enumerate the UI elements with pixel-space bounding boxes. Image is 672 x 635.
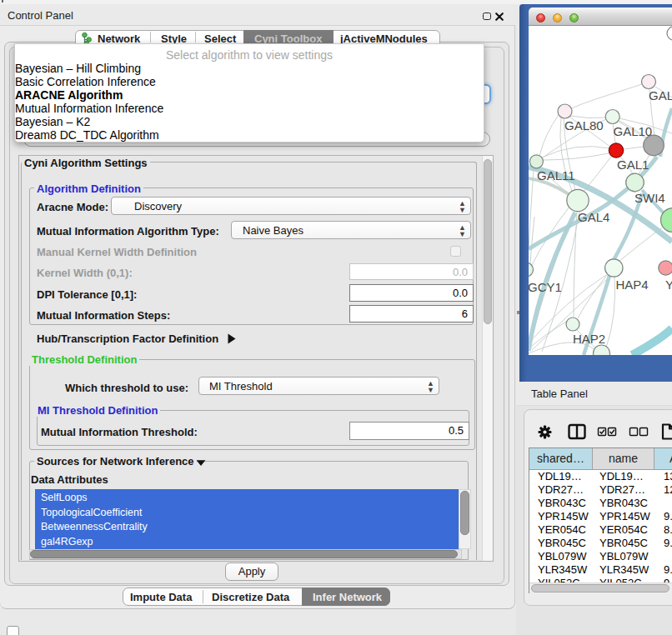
svg-text:GAL80: GAL80 bbox=[564, 118, 604, 132]
svg-text:GAL7: GAL7 bbox=[649, 88, 672, 102]
svg-text:HAP2: HAP2 bbox=[573, 332, 605, 346]
svg-text:SWI4: SWI4 bbox=[634, 191, 665, 205]
svg-text:GAL4: GAL4 bbox=[578, 210, 609, 224]
svg-text:GAL10: GAL10 bbox=[614, 124, 653, 138]
svg-text:HAP4: HAP4 bbox=[616, 278, 649, 292]
svg-text:GAL11: GAL11 bbox=[537, 168, 575, 182]
svg-text:GAL1: GAL1 bbox=[617, 158, 649, 172]
svg-text:GCY1: GCY1 bbox=[529, 280, 562, 294]
svg-text:YJ: YJ bbox=[665, 278, 672, 292]
